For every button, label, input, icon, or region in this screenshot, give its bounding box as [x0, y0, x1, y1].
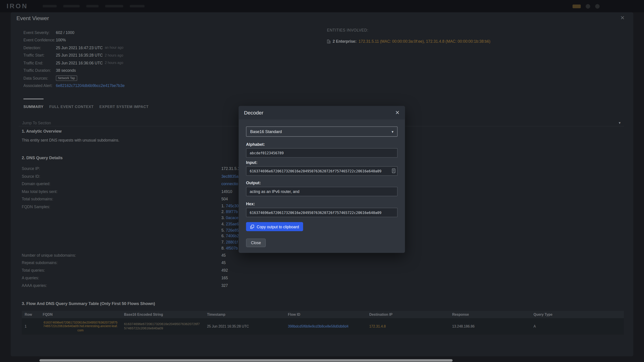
app-root: IRON Event Viewer ✕ Event Severity: 602 … [0, 0, 644, 362]
copy-output-button[interactable]: Copy output to clipboard [246, 222, 303, 231]
decoder-input[interactable] [246, 166, 398, 176]
decoder-input-wrap [246, 166, 398, 176]
output-label: Output: [246, 181, 398, 185]
encoding-selected-value: Base16 Standard [250, 129, 282, 134]
decoder-modal-header: Decoder ✕ [239, 106, 405, 120]
modal-title: Decoder [244, 110, 264, 116]
input-label: Input: [246, 160, 398, 165]
chevron-down-icon: ▾ [392, 129, 394, 133]
alphabet-label: Alphabet: [246, 142, 398, 146]
decoder-hex[interactable] [246, 208, 398, 217]
close-modal-icon[interactable]: ✕ [395, 110, 400, 116]
close-button[interactable]: Close [246, 239, 266, 247]
encoding-select[interactable]: Base16 Standard ▾ [246, 127, 398, 137]
hex-label: Hex: [246, 202, 398, 206]
decoder-modal: Decoder ✕ Base16 Standard ▾ Alphabet: In… [239, 106, 405, 253]
copy-icon [250, 224, 254, 229]
decoder-output[interactable] [246, 187, 398, 196]
alphabet-input[interactable] [246, 148, 398, 158]
copy-output-label: Copy output to clipboard [257, 224, 299, 229]
clipboard-icon[interactable] [392, 168, 396, 173]
decoder-modal-body: Base16 Standard ▾ Alphabet: Input: Outpu… [239, 119, 405, 253]
